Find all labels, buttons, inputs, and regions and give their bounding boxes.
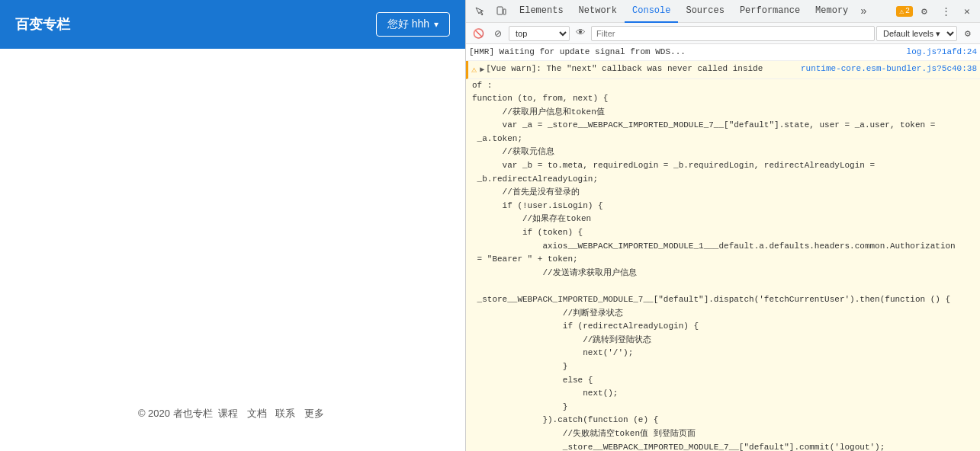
hmr-file-link[interactable]: log.js?1afd:24: [907, 46, 977, 59]
app-title: 百变专栏: [15, 15, 70, 34]
svg-rect-1: [503, 9, 506, 14]
footer-copyright: © 2020 者也专栏: [138, 408, 213, 419]
console-line-hmr: [HMR] Waiting for update signal from WDS…: [466, 44, 980, 61]
inspect-icon[interactable]: [469, 0, 490, 23]
device-icon[interactable]: [490, 0, 512, 23]
footer-link-more[interactable]: 更多: [304, 408, 324, 419]
more-options-button[interactable]: ⋮: [936, 2, 956, 21]
close-devtools-button[interactable]: ✕: [957, 2, 977, 21]
hmr-text: [HMR] Waiting for update signal from WDS…: [469, 46, 907, 59]
navbar: 百变专栏 您好 hhh: [0, 0, 465, 49]
app-container: 百变专栏 您好 hhh © 2020 者也专栏 课程 文档 联系 更多: [0, 0, 465, 451]
tab-console[interactable]: Console: [625, 0, 678, 23]
more-tabs-button[interactable]: »: [856, 0, 871, 23]
footer-link-docs[interactable]: 文档: [247, 408, 267, 419]
settings-button[interactable]: ⚙: [914, 2, 934, 21]
context-selector[interactable]: top: [509, 26, 570, 41]
vue-warn-text: [Vue warn]: The "next" callback was neve…: [486, 62, 801, 75]
clear-console-button[interactable]: 🚫: [469, 24, 487, 43]
log-level-selector[interactable]: Default levels ▾: [876, 26, 957, 41]
user-menu-button[interactable]: 您好 hhh: [376, 12, 450, 37]
tab-memory[interactable]: Memory: [808, 0, 856, 23]
warn-icon: ⚠: [471, 63, 477, 77]
console-code-block: of : function (to, from, next) { //获取用户信…: [466, 79, 980, 452]
tab-network[interactable]: Network: [571, 0, 625, 23]
console-toolbar: 🚫 ⊘ top 👁 Default levels ▾ ⚙: [466, 23, 980, 44]
filter-button[interactable]: ⊘: [489, 24, 507, 43]
expand-icon[interactable]: ▶: [480, 64, 484, 75]
footer-link-courses[interactable]: 课程: [218, 408, 238, 419]
svg-rect-0: [497, 7, 503, 14]
live-expressions-button[interactable]: 👁: [571, 24, 590, 43]
vue-warn-file-link[interactable]: runtime-core.esm-bundler.js?5c40:38: [801, 62, 977, 75]
tab-elements[interactable]: Elements: [512, 0, 571, 23]
tab-performance[interactable]: Performance: [732, 0, 808, 23]
devtools-panel: Elements Network Console Sources Perform…: [465, 0, 980, 451]
tab-sources[interactable]: Sources: [678, 0, 731, 23]
console-settings-button[interactable]: ⚙: [959, 24, 977, 43]
devtools-tabs-bar: Elements Network Console Sources Perform…: [466, 0, 980, 23]
console-line-vue-warn: ⚠ ▶ [Vue warn]: The "next" callback was …: [466, 61, 980, 79]
footer-link-contact[interactable]: 联系: [275, 408, 295, 419]
app-footer: © 2020 者也专栏 课程 文档 联系 更多: [0, 392, 465, 436]
console-filter-input[interactable]: [591, 26, 875, 41]
console-output[interactable]: [HMR] Waiting for update signal from WDS…: [466, 44, 980, 451]
devtools-actions: ⚠ 2 ⚙ ⋮ ✕: [896, 2, 977, 21]
warning-badge[interactable]: ⚠ 2: [896, 6, 913, 17]
